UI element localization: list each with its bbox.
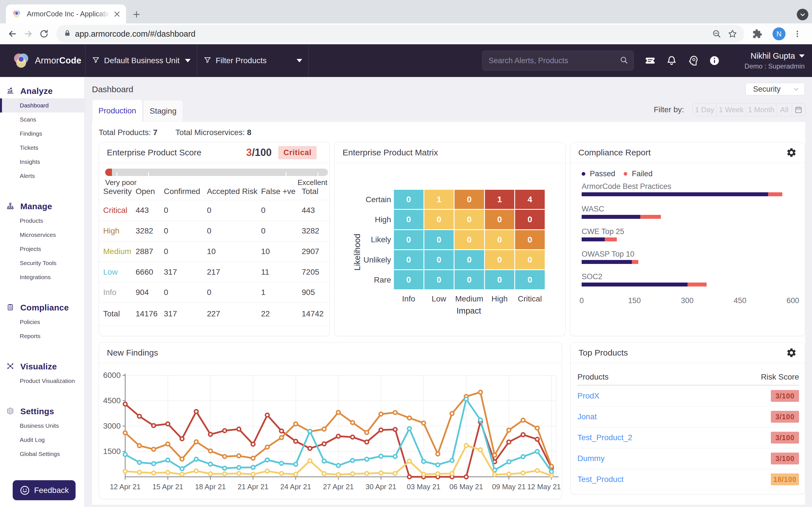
data-point-high[interactable] [408,416,411,420]
bar-failed[interactable] [632,260,638,264]
data-point-info[interactable] [351,472,354,476]
data-point-high[interactable] [137,444,141,448]
heatmap-cell-likely-low[interactable]: 0 [424,230,454,249]
data-point-high[interactable] [294,422,297,426]
data-point-info[interactable] [251,472,255,476]
data-point-low[interactable] [251,465,255,469]
business-unit-dropdown[interactable]: Default Business Unit [85,44,197,77]
data-point-info[interactable] [209,472,212,476]
bar-failed[interactable] [640,215,660,219]
filter-products-dropdown[interactable]: Filter Products [197,44,308,77]
heatmap-cell-likely-high[interactable]: 0 [485,230,515,249]
data-point-high[interactable] [479,391,482,394]
data-point-critical[interactable] [194,410,198,413]
data-point-info[interactable] [308,459,312,463]
user-menu[interactable]: Nikhil Gupta Demo : Superadmin [745,51,805,70]
data-point-low[interactable] [223,466,226,470]
compliance-settings-gear-icon[interactable] [786,147,797,158]
heatmap-cell-certain-low[interactable]: 1 [424,190,454,209]
heatmap-cell-unlikely-critical[interactable]: 0 [515,250,545,269]
data-point-high[interactable] [180,457,184,461]
data-point-high[interactable] [493,453,497,457]
bar-passed[interactable] [582,192,768,196]
data-point-critical[interactable] [351,435,354,439]
data-point-high[interactable] [337,410,340,414]
data-point-critical[interactable] [507,440,511,444]
data-point-high[interactable] [223,455,226,458]
sidebar-item-projects[interactable]: Projects [0,242,84,256]
data-point-low[interactable] [379,454,383,458]
data-point-low[interactable] [393,455,397,458]
time-filter-1-month[interactable]: 1 Month [746,104,777,116]
heatmap-cell-rare-high[interactable]: 0 [485,270,515,289]
data-point-info[interactable] [280,472,283,475]
bar-failed[interactable] [688,283,706,286]
notifications-bell-icon[interactable] [661,53,682,68]
data-point-low[interactable] [337,463,340,467]
bar-passed[interactable] [582,237,605,241]
data-point-info[interactable] [266,469,269,473]
browser-profile-avatar[interactable]: N [772,27,786,40]
data-point-low[interactable] [436,463,440,467]
heatmap-cell-rare-info[interactable]: 0 [394,270,423,289]
data-point-low[interactable] [550,470,554,473]
bar-failed[interactable] [768,192,782,196]
data-point-low[interactable] [166,458,170,462]
data-point-high[interactable] [322,427,326,431]
sidebar-item-scans[interactable]: Scans [0,113,84,127]
data-point-critical[interactable] [379,428,383,432]
data-point-high[interactable] [436,452,440,456]
browser-tab[interactable]: ArmorCode Inc - Application Se [6,4,126,23]
sidebar-item-audit-log[interactable]: Audit Log [0,433,84,447]
heatmap-cell-certain-high[interactable]: 1 [485,190,515,209]
data-point-low[interactable] [123,453,127,456]
data-point-critical[interactable] [251,442,255,446]
bar-failed[interactable] [605,237,617,241]
sidebar-item-integrations[interactable]: Integrations [0,270,84,284]
time-filter-1-week[interactable]: 1 Week [717,104,746,116]
sidebar-item-reports[interactable]: Reports [0,329,84,343]
data-point-low[interactable] [450,458,454,462]
data-point-low[interactable] [408,427,411,431]
data-point-info[interactable] [379,471,383,475]
data-point-info[interactable] [166,471,170,474]
zoom-out-icon[interactable] [710,27,723,41]
data-point-low[interactable] [351,458,354,462]
sidebar-item-tickets[interactable]: Tickets [0,141,84,155]
sidebar-item-insights[interactable]: Insights [0,155,84,169]
heatmap-cell-unlikely-medium[interactable]: 0 [455,250,484,269]
data-point-critical[interactable] [408,475,411,479]
back-icon[interactable] [4,26,20,42]
data-point-low[interactable] [266,458,269,462]
data-point-info[interactable] [550,474,554,477]
data-point-high[interactable] [280,436,283,439]
heatmap-cell-high-info[interactable]: 0 [394,210,423,229]
heatmap-cell-high-critical[interactable]: 0 [515,210,545,229]
data-point-critical[interactable] [337,435,340,438]
heatmap-cell-likely-info[interactable]: 0 [394,230,423,249]
data-point-info[interactable] [123,469,127,473]
heatmap-cell-high-high[interactable]: 0 [485,210,515,229]
data-point-critical[interactable] [266,413,269,417]
data-point-low[interactable] [294,462,297,466]
data-point-high[interactable] [166,442,170,446]
armorcode-logo[interactable]: ArmorCode [0,44,85,77]
heatmap-cell-rare-critical[interactable]: 0 [515,270,545,289]
data-point-info[interactable] [450,472,454,475]
security-dropdown[interactable]: Security [746,83,805,95]
data-point-info[interactable] [393,472,397,475]
data-point-low[interactable] [464,397,468,401]
data-point-low[interactable] [535,450,539,453]
product-link[interactable]: Test_Product [577,475,623,484]
heatmap-cell-certain-critical[interactable]: 4 [515,190,545,209]
data-point-critical[interactable] [152,424,155,428]
data-point-critical[interactable] [237,427,241,431]
heatmap-cell-rare-medium[interactable]: 0 [455,270,484,289]
data-point-critical[interactable] [322,442,326,446]
data-point-high[interactable] [194,440,198,444]
product-link[interactable]: Jonat [577,412,597,421]
sidebar-item-product-visualization[interactable]: Product Visualization [0,374,84,388]
data-point-critical[interactable] [308,447,312,450]
data-point-high[interactable] [237,454,241,458]
heatmap-cell-high-low[interactable]: 0 [424,210,454,229]
